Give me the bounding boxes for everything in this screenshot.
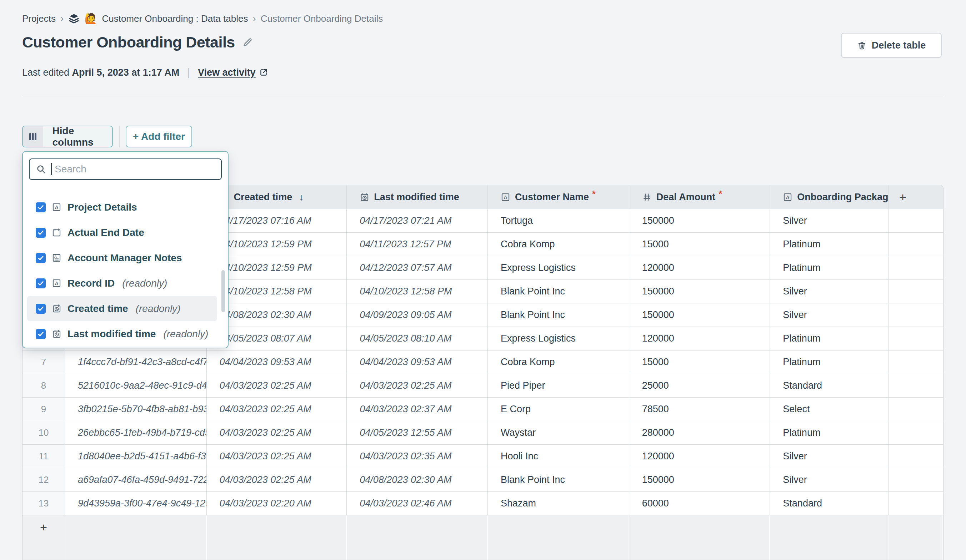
cell-customer[interactable]: Pied Piper	[488, 374, 629, 397]
view-activity-link[interactable]: View activity	[198, 67, 268, 78]
cell-customer[interactable]: Cobra Komp	[488, 233, 629, 256]
column-picker-item[interactable]: ARecord ID(readonly)	[27, 270, 217, 296]
cell-customer[interactable]: Tortuga	[488, 209, 629, 233]
add-column-button[interactable]: +	[899, 190, 906, 204]
checkbox-checked[interactable]	[36, 202, 46, 212]
search-input[interactable]: Search	[29, 159, 222, 180]
row-number[interactable]: 12	[23, 468, 65, 491]
column-picker-item[interactable]: Created time(readonly)	[27, 296, 217, 321]
cell-record_id[interactable]: 26ebbc65-1feb-49b4-b719-cd5	[65, 421, 207, 444]
cell-amount[interactable]: 25000	[629, 374, 770, 397]
breadcrumb-projects-link[interactable]: Projects	[22, 13, 56, 24]
cell-add[interactable]	[889, 327, 943, 350]
row-number[interactable]: 8	[23, 374, 65, 397]
cell-amount[interactable]: 150000	[629, 303, 770, 327]
cell-created[interactable]: 04/03/2023 02:25 AM	[207, 468, 347, 491]
dropdown-scrollbar-thumb[interactable]	[222, 270, 225, 312]
cell-add[interactable]	[889, 233, 943, 256]
cell-amount[interactable]: 60000	[629, 492, 770, 515]
column-picker-item[interactable]: AProject Details	[27, 195, 217, 220]
cell-add[interactable]	[889, 468, 943, 491]
cell-record_id[interactable]: 9d43959a-3f00-47e4-9c49-129	[65, 492, 207, 515]
cell-record_id[interactable]: a69afa07-46fa-459d-9491-722	[65, 468, 207, 491]
cell-amount[interactable]: 78500	[629, 398, 770, 421]
column-header-customer[interactable]: ACustomer Name*	[488, 185, 629, 209]
cell-customer[interactable]: Shazam	[488, 492, 629, 515]
cell-modified[interactable]: 04/12/2023 07:57 AM	[347, 256, 488, 280]
cell-add[interactable]	[889, 374, 943, 397]
cell-customer[interactable]: Cobra Komp	[488, 350, 629, 374]
checkbox-checked[interactable]	[36, 329, 46, 339]
cell-customer[interactable]: Waystar	[488, 421, 629, 444]
cell-customer[interactable]: Blank Point Inc	[488, 280, 629, 303]
pencil-icon[interactable]	[242, 37, 253, 48]
cell-amount[interactable]: 150000	[629, 468, 770, 491]
add-row-button[interactable]: +	[40, 516, 47, 539]
row-number[interactable]: 9	[23, 398, 65, 421]
cell-modified[interactable]: 04/03/2023 02:37 AM	[347, 398, 488, 421]
cell-created[interactable]: 04/03/2023 02:25 AM	[207, 445, 347, 468]
cell-record_id[interactable]: 3fb0215e-5b70-4fb8-ab81-b93	[65, 398, 207, 421]
cell-customer[interactable]: Express Logistics	[488, 327, 629, 350]
cell-created[interactable]: 04/03/2023 02:25 AM	[207, 374, 347, 397]
cell-add[interactable]	[889, 492, 943, 515]
cell-add[interactable]	[889, 256, 943, 280]
cell-created[interactable]: 04/03/2023 02:25 AM	[207, 421, 347, 444]
cell-created[interactable]: 04/04/2023 09:53 AM	[207, 350, 347, 374]
cell-amount[interactable]: 15000	[629, 350, 770, 374]
cell-package[interactable]: Platinum	[770, 327, 889, 350]
cell-modified[interactable]: 04/10/2023 12:58 PM	[347, 280, 488, 303]
checkbox-checked[interactable]	[36, 228, 46, 238]
cell-amount[interactable]: 120000	[629, 445, 770, 468]
cell-modified[interactable]: 04/09/2023 09:05 AM	[347, 303, 488, 327]
cell-modified[interactable]: 04/05/2023 12:55 AM	[347, 421, 488, 444]
checkbox-checked[interactable]	[36, 304, 46, 314]
cell-package[interactable]: Platinum	[770, 233, 889, 256]
cell-package[interactable]: Standard	[770, 374, 889, 397]
cell-package[interactable]: Silver	[770, 280, 889, 303]
cell-package[interactable]: Silver	[770, 445, 889, 468]
cell-modified[interactable]: 04/11/2023 12:57 PM	[347, 233, 488, 256]
checkbox-checked[interactable]	[36, 278, 46, 288]
cell-modified[interactable]: 04/17/2023 07:21 AM	[347, 209, 488, 233]
cell-package[interactable]: Silver	[770, 468, 889, 491]
cell-record_id[interactable]: 1f4ccc7d-bf91-42c3-a8cd-c4f7	[65, 350, 207, 374]
cell-add[interactable]	[889, 445, 943, 468]
column-header-modified[interactable]: Last modified time	[347, 185, 488, 209]
row-number[interactable]: 11	[23, 445, 65, 468]
cell-record_id[interactable]: 1d8040ee-b2d5-4151-a4b6-f3	[65, 445, 207, 468]
cell-add[interactable]	[889, 421, 943, 444]
delete-table-button[interactable]: Delete table	[841, 33, 942, 58]
cell-created[interactable]: 04/03/2023 02:20 AM	[207, 492, 347, 515]
column-header-amount[interactable]: Deal Amount*	[629, 185, 770, 209]
cell-customer[interactable]: E Corp	[488, 398, 629, 421]
cell-amount[interactable]: 15000	[629, 233, 770, 256]
checkbox-checked[interactable]	[36, 253, 46, 263]
cell-customer[interactable]: Blank Point Inc	[488, 303, 629, 327]
cell-amount[interactable]: 150000	[629, 280, 770, 303]
cell-add[interactable]	[889, 398, 943, 421]
cell-package[interactable]: Silver	[770, 303, 889, 327]
add-row-cell[interactable]: +	[23, 516, 65, 560]
cell-modified[interactable]: 04/03/2023 02:46 AM	[347, 492, 488, 515]
cell-package[interactable]: Standard	[770, 492, 889, 515]
cell-record_id[interactable]: 5216010c-9aa2-48ec-91c9-d46	[65, 374, 207, 397]
cell-amount[interactable]: 120000	[629, 256, 770, 280]
cell-package[interactable]: Silver	[770, 209, 889, 233]
cell-package[interactable]: Platinum	[770, 421, 889, 444]
breadcrumb-library-link[interactable]: Customer Onboarding : Data tables	[102, 13, 248, 24]
cell-modified[interactable]: 04/04/2023 09:53 AM	[347, 350, 488, 374]
cell-package[interactable]: Platinum	[770, 256, 889, 280]
cell-created[interactable]: 04/03/2023 02:25 AM	[207, 398, 347, 421]
cell-modified[interactable]: 04/08/2023 02:30 AM	[347, 468, 488, 491]
cell-customer[interactable]: Hooli Inc	[488, 445, 629, 468]
cell-add[interactable]	[889, 280, 943, 303]
column-picker-item[interactable]: Last modified time(readonly)	[27, 321, 217, 347]
column-header-package[interactable]: AOnboarding Package*	[770, 185, 889, 209]
cell-add[interactable]	[889, 303, 943, 327]
cell-customer[interactable]: Blank Point Inc	[488, 468, 629, 491]
cell-package[interactable]: Platinum	[770, 350, 889, 374]
add-filter-button[interactable]: + Add filter	[126, 126, 192, 147]
cell-add[interactable]	[889, 350, 943, 374]
column-picker-item[interactable]: AAccount Manager Notes	[27, 245, 217, 270]
